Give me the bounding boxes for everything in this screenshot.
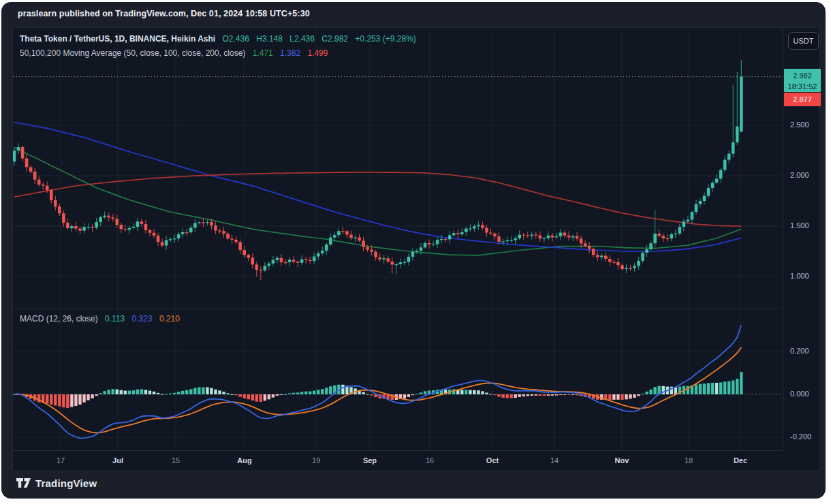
tradingview-logo-icon bbox=[16, 478, 31, 489]
time-axis-tick: 18 bbox=[685, 456, 693, 464]
candle bbox=[42, 185, 45, 186]
candle bbox=[695, 204, 698, 212]
macd-histogram-bar bbox=[641, 394, 644, 394]
currency-toggle-button[interactable]: USDT bbox=[788, 32, 819, 50]
macd-histogram-bar bbox=[481, 391, 484, 394]
candle bbox=[230, 238, 234, 239]
candle bbox=[382, 258, 386, 259]
time-axis-tick: 19 bbox=[312, 456, 320, 464]
candle bbox=[604, 255, 608, 259]
candle bbox=[539, 236, 542, 239]
candle bbox=[21, 147, 25, 159]
price-axis-tick: 1.500 bbox=[790, 221, 809, 230]
candle bbox=[251, 257, 254, 264]
price-axis[interactable]: USDT 2.982 18:31:52 2.877 2.5002.0001.50… bbox=[783, 28, 821, 450]
candle bbox=[161, 242, 164, 245]
candle bbox=[452, 233, 456, 235]
footer-brand[interactable]: TradingView bbox=[16, 477, 97, 489]
candle bbox=[202, 222, 205, 223]
candle bbox=[276, 258, 279, 260]
candle bbox=[732, 142, 735, 154]
price-axis-tick: -0.200 bbox=[790, 432, 811, 441]
macd-histogram-bar bbox=[531, 394, 533, 396]
candle bbox=[325, 245, 328, 251]
macd-histogram-bar bbox=[407, 394, 410, 397]
candle bbox=[99, 217, 102, 222]
candle bbox=[173, 238, 176, 239]
macd-histogram-bar bbox=[87, 394, 89, 400]
candle bbox=[255, 264, 258, 270]
macd-histogram-bar bbox=[165, 394, 168, 394]
last-price-value: 2.982 bbox=[784, 70, 821, 81]
candle bbox=[62, 213, 65, 223]
candle bbox=[374, 252, 377, 257]
chart-panel: Theta Token / TetherUS, 1D, BINANCE, Hei… bbox=[12, 27, 820, 471]
candle bbox=[460, 232, 464, 234]
candle bbox=[518, 235, 521, 238]
macd-histogram-bar bbox=[493, 394, 496, 395]
time-axis[interactable]: 17Jul15Aug19Sep16Oct14Nov18Dec bbox=[13, 450, 783, 472]
candle bbox=[535, 234, 538, 235]
macd-histogram-bar bbox=[563, 394, 566, 395]
candle bbox=[653, 234, 657, 243]
ohlc-high: H3.148 bbox=[256, 34, 283, 44]
macd-histogram-bar bbox=[633, 394, 636, 398]
candle bbox=[394, 264, 398, 265]
secondary-price-label: 2.877 bbox=[784, 93, 821, 106]
candle bbox=[665, 238, 669, 239]
candle bbox=[473, 226, 476, 228]
macd-histogram-bar bbox=[116, 390, 119, 394]
macd-signal-value: 0.210 bbox=[159, 314, 180, 324]
macd-histogram-bar bbox=[341, 385, 344, 394]
macd-histogram-bar bbox=[62, 394, 65, 407]
candle bbox=[600, 255, 603, 257]
macd-histogram-bar bbox=[325, 388, 328, 394]
macd-histogram-bar bbox=[74, 394, 77, 406]
macd-histogram-bar bbox=[317, 390, 319, 394]
candle bbox=[354, 238, 357, 238]
macd-histogram-bar bbox=[161, 394, 163, 395]
time-axis-tick: Dec bbox=[734, 456, 747, 464]
macd-histogram-bar bbox=[522, 394, 525, 396]
candle bbox=[349, 235, 353, 238]
macd-histogram-bar bbox=[214, 390, 217, 394]
macd-histogram-bar bbox=[153, 392, 155, 394]
macd-histogram-bar bbox=[284, 394, 287, 395]
candle bbox=[555, 236, 559, 238]
candle bbox=[683, 221, 686, 227]
macd-legend[interactable]: MACD (12, 26, close) 0.113 0.323 0.210 bbox=[20, 314, 185, 324]
candle bbox=[551, 236, 554, 238]
macd-histogram-bar bbox=[234, 394, 237, 395]
candle bbox=[621, 265, 624, 269]
macd-histogram-bar bbox=[465, 390, 467, 394]
macd-histogram-bar bbox=[181, 391, 184, 394]
macd-histogram-bar bbox=[740, 372, 742, 394]
candle bbox=[218, 230, 221, 231]
candle bbox=[670, 234, 674, 238]
candle bbox=[612, 262, 616, 263]
candle bbox=[74, 226, 78, 229]
symbol-legend[interactable]: Theta Token / TetherUS, 1D, BINANCE, Hei… bbox=[20, 34, 421, 44]
candle bbox=[678, 227, 682, 234]
macd-histogram-bar bbox=[489, 394, 492, 394]
ma-legend[interactable]: 50,100,200 Moving Average (50, close, 10… bbox=[20, 48, 332, 58]
macd-histogram-bar bbox=[222, 392, 225, 394]
macd-histogram-bar bbox=[140, 389, 143, 394]
candle bbox=[341, 231, 345, 232]
price-macd-chart[interactable] bbox=[13, 28, 783, 450]
macd-histogram-bar bbox=[555, 394, 558, 396]
candle bbox=[337, 231, 341, 235]
candle bbox=[399, 262, 403, 264]
candle bbox=[17, 147, 20, 151]
macd-histogram-bar bbox=[576, 394, 578, 395]
candle bbox=[50, 190, 53, 200]
macd-histogram-bar bbox=[70, 394, 73, 407]
candle bbox=[153, 233, 156, 236]
last-price-label: 2.982 18:31:52 bbox=[784, 69, 821, 92]
candle bbox=[119, 225, 123, 229]
time-axis-tick: Jul bbox=[112, 456, 123, 464]
macd-histogram-bar bbox=[288, 393, 291, 394]
macd-histogram-bar bbox=[547, 394, 550, 396]
candle bbox=[489, 233, 492, 234]
ma100-line bbox=[14, 123, 741, 251]
